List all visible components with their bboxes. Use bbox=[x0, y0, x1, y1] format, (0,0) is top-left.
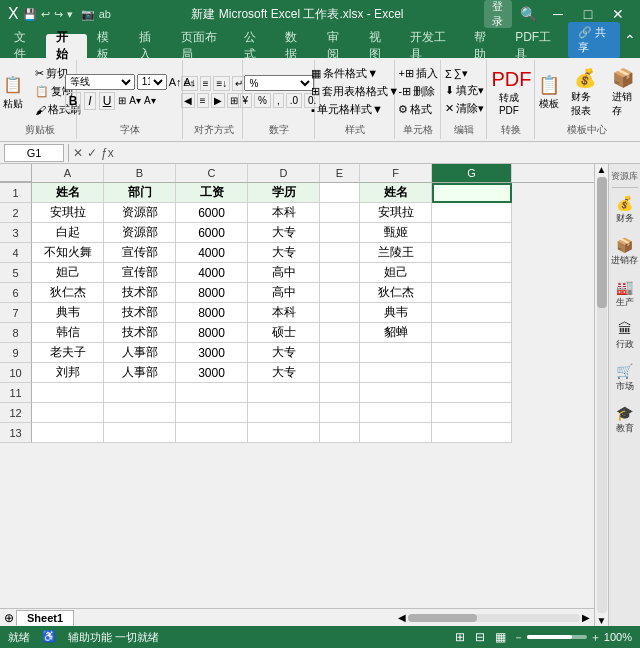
row-header-4[interactable]: 4 bbox=[0, 243, 32, 263]
cell-f4[interactable]: 兰陵王 bbox=[360, 243, 432, 263]
cell-g2[interactable] bbox=[432, 203, 512, 223]
cell-f1[interactable]: 姓名 bbox=[360, 183, 432, 203]
cell-f6[interactable]: 狄仁杰 bbox=[360, 283, 432, 303]
cell-a3[interactable]: 白起 bbox=[32, 223, 104, 243]
cell-d11[interactable] bbox=[248, 383, 320, 403]
delete-cells-button[interactable]: -⊞ 删除 bbox=[395, 83, 440, 100]
page-break-view-button[interactable]: ▦ bbox=[492, 629, 509, 645]
cell-b9[interactable]: 人事部 bbox=[104, 343, 176, 363]
quick-access-save[interactable]: 💾 bbox=[23, 8, 37, 21]
fill-button[interactable]: ⬇ 填充▾ bbox=[442, 82, 487, 99]
quick-access-ab[interactable]: ab bbox=[99, 8, 111, 20]
quick-access-redo[interactable]: ↪ bbox=[54, 8, 63, 21]
insert-function-icon[interactable]: ƒx bbox=[101, 146, 114, 160]
cell-f5[interactable]: 妲己 bbox=[360, 263, 432, 283]
cell-a13[interactable] bbox=[32, 423, 104, 443]
scroll-up-icon[interactable]: ▲ bbox=[597, 164, 607, 175]
tab-formula[interactable]: 公式 bbox=[234, 34, 276, 58]
paste-button[interactable]: 📋 粘贴 bbox=[0, 71, 29, 113]
cell-e2[interactable] bbox=[320, 203, 360, 223]
cell-f2[interactable]: 安琪拉 bbox=[360, 203, 432, 223]
cell-d2[interactable]: 本科 bbox=[248, 203, 320, 223]
cell-d9[interactable]: 大专 bbox=[248, 343, 320, 363]
cell-d7[interactable]: 本科 bbox=[248, 303, 320, 323]
tab-help[interactable]: 帮助 bbox=[464, 34, 506, 58]
scroll-left-icon[interactable]: ◀ bbox=[398, 612, 406, 623]
cell-a8[interactable]: 韩信 bbox=[32, 323, 104, 343]
cell-g3[interactable] bbox=[432, 223, 512, 243]
cell-c4[interactable]: 4000 bbox=[176, 243, 248, 263]
sidebar-item-inventory[interactable]: 📦 进销存 bbox=[611, 232, 639, 272]
normal-view-button[interactable]: ⊞ bbox=[452, 629, 468, 645]
cell-c13[interactable] bbox=[176, 423, 248, 443]
fill-color-button[interactable]: A▾ bbox=[129, 95, 141, 106]
bold-button[interactable]: B bbox=[65, 92, 82, 110]
tab-template[interactable]: 模板 bbox=[87, 34, 129, 58]
increase-font-icon[interactable]: A↑ bbox=[169, 76, 182, 88]
font-name-select[interactable]: 等线 bbox=[65, 74, 135, 90]
cell-b11[interactable] bbox=[104, 383, 176, 403]
tab-insert[interactable]: 插入 bbox=[129, 34, 171, 58]
row-header-1[interactable]: 1 bbox=[0, 183, 32, 203]
cell-g4[interactable] bbox=[432, 243, 512, 263]
cell-c11[interactable] bbox=[176, 383, 248, 403]
cell-b12[interactable] bbox=[104, 403, 176, 423]
cell-a6[interactable]: 狄仁杰 bbox=[32, 283, 104, 303]
cell-g9[interactable] bbox=[432, 343, 512, 363]
cell-b3[interactable]: 资源部 bbox=[104, 223, 176, 243]
row-header-13[interactable]: 13 bbox=[0, 423, 32, 443]
italic-button[interactable]: I bbox=[84, 92, 95, 110]
row-header-6[interactable]: 6 bbox=[0, 283, 32, 303]
cell-b10[interactable]: 人事部 bbox=[104, 363, 176, 383]
row-header-11[interactable]: 11 bbox=[0, 383, 32, 403]
align-center-button[interactable]: ≡ bbox=[197, 93, 209, 108]
ribbon-expand-icon[interactable]: ⌃ bbox=[624, 32, 636, 48]
cell-c5[interactable]: 4000 bbox=[176, 263, 248, 283]
cell-d1[interactable]: 学历 bbox=[248, 183, 320, 203]
cell-c9[interactable]: 3000 bbox=[176, 343, 248, 363]
row-header-9[interactable]: 9 bbox=[0, 343, 32, 363]
scroll-down-icon[interactable]: ▼ bbox=[597, 615, 607, 626]
increase-decimal-button[interactable]: .0 bbox=[286, 93, 302, 108]
cell-a10[interactable]: 刘邦 bbox=[32, 363, 104, 383]
cell-c12[interactable] bbox=[176, 403, 248, 423]
cell-style-button[interactable]: ▪ 单元格样式▼ bbox=[308, 101, 402, 118]
cell-a7[interactable]: 典韦 bbox=[32, 303, 104, 323]
tab-view[interactable]: 视图 bbox=[359, 34, 401, 58]
cell-g7[interactable] bbox=[432, 303, 512, 323]
col-header-c[interactable]: C bbox=[176, 164, 248, 182]
row-header-5[interactable]: 5 bbox=[0, 263, 32, 283]
font-color-button[interactable]: A▾ bbox=[144, 95, 156, 106]
sidebar-item-market[interactable]: 🛒 市场 bbox=[611, 358, 639, 398]
cell-c8[interactable]: 8000 bbox=[176, 323, 248, 343]
cell-b4[interactable]: 宣传部 bbox=[104, 243, 176, 263]
cell-f3[interactable]: 甄姬 bbox=[360, 223, 432, 243]
cell-b7[interactable]: 技术部 bbox=[104, 303, 176, 323]
cell-b2[interactable]: 资源部 bbox=[104, 203, 176, 223]
tab-home[interactable]: 开始 bbox=[46, 34, 88, 58]
cell-b8[interactable]: 技术部 bbox=[104, 323, 176, 343]
cancel-formula-icon[interactable]: ✕ bbox=[73, 146, 83, 160]
underline-button[interactable]: U bbox=[99, 92, 116, 110]
cell-a5[interactable]: 妲己 bbox=[32, 263, 104, 283]
align-bottom-button[interactable]: ≡↓ bbox=[213, 76, 230, 91]
cell-f9[interactable] bbox=[360, 343, 432, 363]
zoom-in-button[interactable]: ＋ bbox=[590, 630, 601, 645]
quick-access-more[interactable]: ▾ bbox=[67, 8, 73, 21]
align-left-button[interactable]: ◀ bbox=[181, 93, 195, 108]
tab-page-layout[interactable]: 页面布局 bbox=[171, 34, 234, 58]
cell-g5[interactable] bbox=[432, 263, 512, 283]
cell-a9[interactable]: 老夫子 bbox=[32, 343, 104, 363]
cell-d5[interactable]: 高中 bbox=[248, 263, 320, 283]
template-button[interactable]: 📋 模板 bbox=[535, 71, 563, 113]
cell-a1[interactable]: 姓名 bbox=[32, 183, 104, 203]
border-button[interactable]: ⊞ bbox=[118, 95, 126, 106]
formula-input[interactable] bbox=[118, 144, 636, 162]
cell-g6[interactable] bbox=[432, 283, 512, 303]
align-top-button[interactable]: ≡↑ bbox=[181, 76, 198, 91]
col-header-b[interactable]: B bbox=[104, 164, 176, 182]
cell-e3[interactable] bbox=[320, 223, 360, 243]
inventory-button[interactable]: 📦 进销存 bbox=[608, 64, 638, 120]
confirm-formula-icon[interactable]: ✓ bbox=[87, 146, 97, 160]
align-middle-button[interactable]: ≡ bbox=[200, 76, 212, 91]
